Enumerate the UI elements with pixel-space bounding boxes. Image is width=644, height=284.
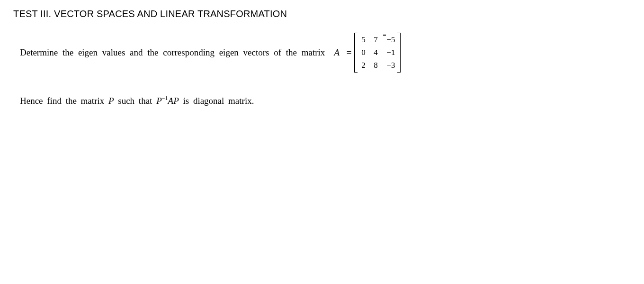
matrix-symbol-A: A bbox=[334, 47, 340, 57]
symbol-A: A bbox=[168, 96, 174, 106]
matrix-cell: 5 bbox=[360, 35, 367, 45]
matrix-left-bracket bbox=[354, 33, 358, 73]
symbol-P: P bbox=[108, 96, 114, 106]
problem-line-2: Hence find the matrix P such that P−1AP … bbox=[20, 95, 631, 106]
matrix-A: 5 7 −5 0 4 −1 2 8 −3 bbox=[354, 33, 401, 73]
exponent-neg1: −1 bbox=[162, 95, 168, 101]
problem-text-prefix: Determine the eigen values and the corre… bbox=[20, 47, 351, 58]
symbol-P-right: P bbox=[173, 96, 179, 106]
matrix-grid: 5 7 −5 0 4 −1 2 8 −3 bbox=[358, 33, 397, 73]
matrix-cell: −3 bbox=[385, 61, 395, 70]
matrix-cell: −5 bbox=[385, 35, 395, 45]
document-title: TEST III. VECTOR SPACES AND LINEAR TRANS… bbox=[13, 9, 631, 19]
matrix-right-bracket bbox=[397, 33, 401, 73]
matrix-cell: 0 bbox=[360, 48, 367, 57]
equals-sign: = bbox=[347, 47, 352, 57]
matrix-cell: 4 bbox=[372, 48, 379, 57]
matrix-cell: −1 bbox=[385, 48, 395, 57]
problem-line-1: Determine the eigen values and the corre… bbox=[20, 33, 631, 73]
hence-text-3: is diagonal matrix. bbox=[179, 96, 254, 106]
problem-text: Determine the eigen values and the corre… bbox=[20, 47, 325, 57]
document-page: TEST III. VECTOR SPACES AND LINEAR TRANS… bbox=[0, 0, 644, 115]
hence-text-1: Hence find the matrix bbox=[20, 96, 108, 106]
matrix-cell: 2 bbox=[360, 61, 367, 70]
matrix-cell: 8 bbox=[372, 61, 379, 70]
matrix-cell: 7 bbox=[372, 35, 379, 45]
symbol-P-inverse-P: P bbox=[156, 96, 162, 106]
hence-text-2: such that bbox=[114, 96, 157, 106]
